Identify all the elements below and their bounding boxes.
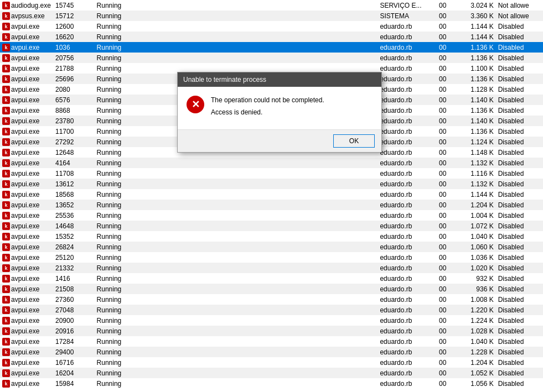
process-icon: k (2, 54, 10, 62)
process-empty (142, 284, 378, 294)
process-user: eduardo.rb (377, 326, 437, 336)
process-status: Running (95, 294, 142, 305)
table-row[interactable]: kavpui.exe 29400 Running eduardo.rb 00 1… (0, 347, 543, 357)
process-icon: k (2, 348, 10, 356)
table-row[interactable]: kavpui.exe 15984 Running eduardo.rb 00 1… (0, 378, 543, 389)
process-pid: 16204 (53, 368, 95, 378)
table-row[interactable]: kavpui.exe 20916 Running eduardo.rb 00 1… (0, 326, 543, 336)
process-mem: 1.144 K (454, 32, 496, 42)
table-row[interactable]: kavpui.exe 20756 Running eduardo.rb 00 1… (0, 53, 543, 63)
process-name: kavpui.exe (0, 263, 53, 273)
process-status: Running (95, 357, 142, 368)
process-pid: 12600 (53, 21, 95, 32)
process-pid: 11700 (53, 126, 95, 137)
table-row[interactable]: kavpui.exe 26824 Running eduardo.rb 00 1… (0, 242, 543, 252)
process-status: Running (95, 168, 142, 179)
process-name: kavpui.exe (0, 84, 53, 95)
table-row[interactable]: kavpui.exe 14648 Running eduardo.rb 00 1… (0, 221, 543, 231)
process-status: Running (95, 284, 142, 294)
process-name: kavpui.exe (0, 116, 53, 126)
process-mem: 1.140 K (454, 116, 496, 126)
process-pid: 21508 (53, 284, 95, 294)
process-empty (142, 273, 378, 284)
ok-button[interactable]: OK (333, 134, 375, 148)
process-icon: k (2, 44, 10, 51)
process-name: kavpui.exe (0, 284, 53, 294)
process-name: kavpui.exe (0, 200, 53, 210)
process-empty (142, 53, 378, 63)
process-user: eduardo.rb (377, 221, 437, 231)
table-row[interactable]: kavpui.exe 16620 Running eduardo.rb 00 1… (0, 32, 543, 42)
process-dep: Disabled (496, 221, 543, 231)
table-row[interactable]: kavpui.exe 13652 Running eduardo.rb 00 1… (0, 200, 543, 210)
process-user: eduardo.rb (377, 368, 437, 378)
process-icon: k (2, 138, 10, 146)
process-name: kavpui.exe (0, 378, 53, 389)
table-row[interactable]: kavpui.exe 11708 Running eduardo.rb 00 1… (0, 168, 543, 179)
process-dep: Disabled (496, 336, 543, 347)
process-num: 00 (437, 179, 454, 189)
process-empty (142, 263, 378, 273)
process-mem: 1.060 K (454, 242, 496, 252)
process-status: Running (95, 200, 142, 210)
table-row[interactable]: kavpui.exe 21508 Running eduardo.rb 00 9… (0, 284, 543, 294)
process-icon: k (2, 191, 10, 198)
table-row[interactable]: kavpui.exe 21332 Running eduardo.rb 00 1… (0, 263, 543, 273)
process-mem: 1.116 K (454, 168, 496, 179)
process-pid: 21788 (53, 63, 95, 74)
table-row[interactable]: kavpui.exe 16204 Running eduardo.rb 00 1… (0, 368, 543, 378)
process-mem: 1.072 K (454, 221, 496, 231)
process-name: kavpui.exe (0, 189, 53, 200)
process-pid: 1416 (53, 273, 95, 284)
process-status: Running (95, 84, 142, 95)
process-status: Running (95, 11, 142, 21)
process-mem: 1.036 K (454, 252, 496, 263)
table-row[interactable]: kavpui.exe 25120 Running eduardo.rb 00 1… (0, 252, 543, 263)
table-row[interactable]: kavpui.exe 1036 Running eduardo.rb 00 1.… (0, 42, 543, 53)
table-row[interactable]: kavpui.exe 27360 Running eduardo.rb 00 1… (0, 294, 543, 305)
table-row[interactable]: kavpui.exe 20900 Running eduardo.rb 00 1… (0, 315, 543, 326)
process-icon: k (2, 201, 10, 209)
process-icon: k (2, 212, 10, 219)
dialog-messages: The operation could not be completed. Ac… (211, 96, 373, 116)
process-num: 00 (437, 210, 454, 221)
table-row[interactable]: kavpui.exe 1416 Running eduardo.rb 00 93… (0, 273, 543, 284)
table-row[interactable]: kavpsus.exe 15712 Running SISTEMA 00 3.3… (0, 11, 543, 21)
table-row[interactable]: kavpui.exe 4164 Running eduardo.rb 00 1.… (0, 158, 543, 168)
table-row[interactable]: kavpui.exe 15352 Running eduardo.rb 00 1… (0, 231, 543, 242)
process-num: 00 (437, 147, 454, 158)
process-name: kaudiodug.exe (0, 0, 53, 11)
process-empty (142, 179, 378, 189)
process-dep: Not allowe (496, 0, 543, 11)
table-row[interactable]: kavpui.exe 13612 Running eduardo.rb 00 1… (0, 179, 543, 189)
process-user: SISTEMA (377, 11, 437, 21)
process-mem: 1.028 K (454, 326, 496, 336)
process-pid: 1036 (53, 42, 95, 53)
process-name: kavpui.exe (0, 74, 53, 84)
table-row[interactable]: kaudiodug.exe 15745 Running SERVIÇO E...… (0, 0, 543, 11)
table-row[interactable]: kavpui.exe 17284 Running eduardo.rb 00 1… (0, 336, 543, 347)
process-table-container: kaudiodug.exe 15745 Running SERVIÇO E...… (0, 0, 543, 392)
process-name: kavpui.exe (0, 252, 53, 263)
process-num: 00 (437, 263, 454, 273)
table-row[interactable]: kavpui.exe 12600 Running eduardo.rb 00 1… (0, 21, 543, 32)
process-empty (142, 158, 378, 168)
process-status: Running (95, 368, 142, 378)
process-user: eduardo.rb (377, 294, 437, 305)
process-user: eduardo.rb (377, 63, 437, 74)
table-row[interactable]: kavpui.exe 18568 Running eduardo.rb 00 1… (0, 189, 543, 200)
process-pid: 15712 (53, 11, 95, 21)
process-mem: 1.140 K (454, 95, 496, 105)
process-pid: 27360 (53, 294, 95, 305)
table-row[interactable]: kavpui.exe 25536 Running eduardo.rb 00 1… (0, 210, 543, 221)
process-dep: Disabled (496, 32, 543, 42)
process-dep: Disabled (496, 378, 543, 389)
dialog-title: Unable to terminate process (183, 76, 266, 83)
process-num: 00 (437, 336, 454, 347)
process-pid: 16620 (53, 32, 95, 42)
process-name: kavpui.exe (0, 231, 53, 242)
process-dep: Disabled (496, 126, 543, 137)
process-status: Running (95, 32, 142, 42)
table-row[interactable]: kavpui.exe 27048 Running eduardo.rb 00 1… (0, 305, 543, 315)
table-row[interactable]: kavpui.exe 16716 Running eduardo.rb 00 1… (0, 357, 543, 368)
